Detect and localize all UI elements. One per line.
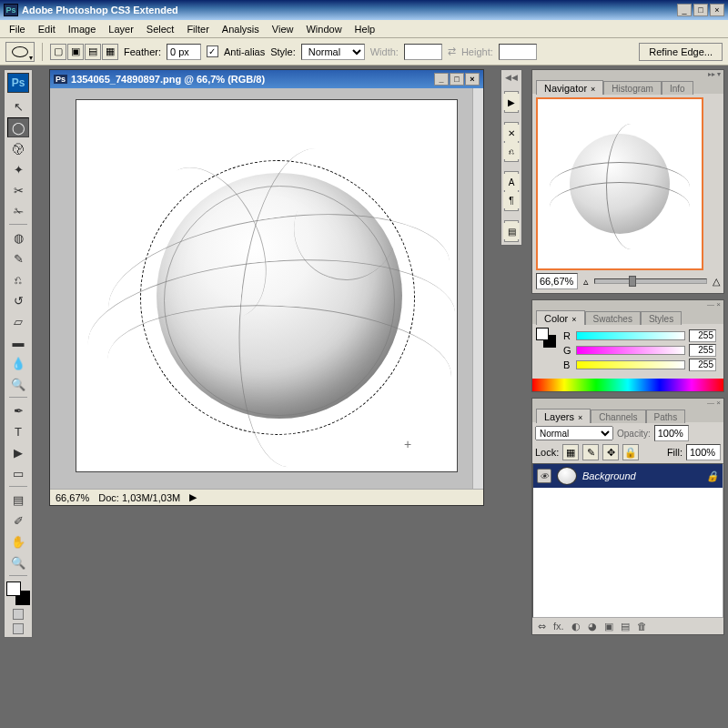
- menu-window[interactable]: Window: [300, 22, 347, 36]
- b-value[interactable]: 255: [689, 359, 716, 371]
- g-slider[interactable]: [576, 346, 685, 355]
- path-selection-tool[interactable]: ▶: [7, 442, 29, 462]
- tool-preset-dropdown[interactable]: [5, 42, 35, 62]
- foreground-color-swatch[interactable]: [6, 581, 21, 596]
- pen-tool[interactable]: ✒: [7, 400, 29, 420]
- selection-new-button[interactable]: ▢: [50, 44, 66, 60]
- slice-tool[interactable]: ✁: [7, 201, 29, 221]
- tab-styles[interactable]: Styles: [641, 311, 682, 325]
- selection-subtract-button[interactable]: ▤: [85, 44, 101, 60]
- color-spectrum[interactable]: [532, 379, 723, 391]
- style-select[interactable]: Normal: [301, 44, 365, 60]
- menu-help[interactable]: Help: [349, 22, 381, 36]
- type-tool[interactable]: T: [7, 421, 29, 441]
- menu-layer[interactable]: Layer: [103, 22, 139, 36]
- quickmask-button[interactable]: [13, 609, 24, 620]
- fill-input[interactable]: [686, 444, 721, 460]
- dock-layercomps-icon[interactable]: ▤: [503, 223, 520, 239]
- dock-paragraph-icon[interactable]: ¶: [503, 192, 520, 208]
- maximize-button[interactable]: □: [693, 4, 708, 16]
- panel-handle[interactable]: ▸▸ ▾: [532, 70, 723, 77]
- layer-row-background[interactable]: 👁 Background 🔒: [533, 464, 723, 488]
- zoom-in-icon[interactable]: △: [713, 276, 720, 288]
- lock-all-button[interactable]: 🔒: [622, 444, 639, 460]
- flyout-arrow-icon[interactable]: ▶: [189, 491, 197, 503]
- link-layers-button[interactable]: ⇔: [538, 621, 546, 632]
- magic-wand-tool[interactable]: ✦: [7, 159, 29, 179]
- doc-close-button[interactable]: ×: [465, 73, 480, 86]
- r-slider[interactable]: [576, 331, 685, 340]
- lock-position-button[interactable]: ✥: [602, 444, 619, 460]
- move-tool[interactable]: ↖: [7, 96, 29, 116]
- menu-file[interactable]: File: [4, 22, 31, 36]
- menu-analysis[interactable]: Analysis: [217, 22, 265, 36]
- vertical-scrollbar[interactable]: [472, 88, 483, 489]
- g-value[interactable]: 255: [689, 344, 716, 357]
- screenmode-button[interactable]: [13, 623, 24, 634]
- new-group-button[interactable]: ▣: [604, 621, 613, 632]
- tab-swatches[interactable]: Swatches: [585, 311, 641, 325]
- tab-channels[interactable]: Channels: [591, 410, 645, 423]
- blur-tool[interactable]: 💧: [7, 353, 29, 373]
- canvas-area[interactable]: +: [50, 88, 483, 489]
- doc-minimize-button[interactable]: _: [434, 73, 449, 86]
- selection-intersect-button[interactable]: ▦: [102, 44, 118, 60]
- dock-clonesource-icon[interactable]: ⎌: [503, 143, 520, 159]
- eraser-tool[interactable]: ▱: [7, 311, 29, 331]
- healing-brush-tool[interactable]: ◍: [7, 228, 29, 248]
- tab-histogram[interactable]: Histogram: [603, 81, 662, 95]
- color-fg-swatch[interactable]: [536, 328, 549, 340]
- layer-name[interactable]: Background: [582, 470, 636, 481]
- panel-handle[interactable]: — ×: [532, 300, 723, 308]
- menu-image[interactable]: Image: [63, 22, 102, 36]
- lock-transparency-button[interactable]: ▦: [562, 444, 579, 460]
- crop-tool[interactable]: ✂: [7, 180, 29, 200]
- minimize-button[interactable]: _: [677, 4, 692, 16]
- doc-maximize-button[interactable]: □: [450, 73, 464, 86]
- menu-edit[interactable]: Edit: [33, 22, 61, 36]
- notes-tool[interactable]: ▤: [7, 490, 29, 510]
- zoom-out-icon[interactable]: ▵: [583, 276, 589, 288]
- layer-thumbnail[interactable]: [557, 467, 577, 485]
- lock-paint-button[interactable]: ✎: [582, 444, 599, 460]
- zoom-tool[interactable]: 🔍: [7, 552, 29, 572]
- tab-navigator[interactable]: Navigator×: [536, 80, 603, 95]
- menu-view[interactable]: View: [267, 22, 299, 36]
- menu-filter[interactable]: Filter: [181, 22, 214, 36]
- tab-color[interactable]: Color×: [536, 310, 585, 325]
- history-brush-tool[interactable]: ↺: [7, 290, 29, 310]
- brush-tool[interactable]: ✎: [7, 248, 29, 268]
- tab-info[interactable]: Info: [662, 81, 693, 95]
- dock-history-icon[interactable]: ▶: [503, 94, 520, 110]
- antialias-checkbox[interactable]: ✓: [207, 46, 218, 57]
- document-titlebar[interactable]: Ps 1354065_74890897.png @ 66,7% (RGB/8) …: [50, 70, 483, 88]
- clone-stamp-tool[interactable]: ⎌: [7, 269, 29, 289]
- color-swatches[interactable]: [6, 581, 30, 605]
- dock-brushes-icon[interactable]: ✕: [503, 125, 520, 141]
- adjustment-layer-button[interactable]: ◕: [588, 621, 597, 632]
- opacity-input[interactable]: [654, 425, 689, 441]
- hand-tool[interactable]: ✋: [7, 531, 29, 551]
- marquee-tool[interactable]: ◯: [7, 117, 29, 137]
- canvas[interactable]: +: [76, 99, 458, 472]
- navigator-zoom-slider[interactable]: [594, 278, 707, 284]
- selection-add-button[interactable]: ▣: [67, 44, 84, 60]
- tab-layers[interactable]: Layers×: [536, 409, 591, 423]
- r-value[interactable]: 255: [689, 329, 716, 342]
- gradient-tool[interactable]: ▬: [7, 332, 29, 352]
- dock-character-icon[interactable]: A: [503, 174, 520, 190]
- tab-paths[interactable]: Paths: [646, 410, 686, 423]
- panel-handle[interactable]: — ×: [532, 399, 723, 406]
- blend-mode-select[interactable]: Normal: [535, 426, 613, 440]
- delete-layer-button[interactable]: 🗑: [637, 621, 647, 632]
- refine-edge-button[interactable]: Refine Edge...: [639, 43, 723, 61]
- shape-tool[interactable]: ▭: [7, 463, 29, 483]
- dodge-tool[interactable]: 🔍: [7, 374, 29, 394]
- visibility-toggle-icon[interactable]: 👁: [537, 469, 551, 483]
- lasso-tool[interactable]: ࿋: [7, 138, 29, 158]
- new-layer-button[interactable]: ▤: [621, 621, 630, 632]
- eyedropper-tool[interactable]: ✐: [7, 511, 29, 531]
- b-slider[interactable]: [576, 360, 685, 369]
- color-panel-swatches[interactable]: [536, 328, 556, 348]
- navigator-thumbnail[interactable]: [536, 97, 703, 270]
